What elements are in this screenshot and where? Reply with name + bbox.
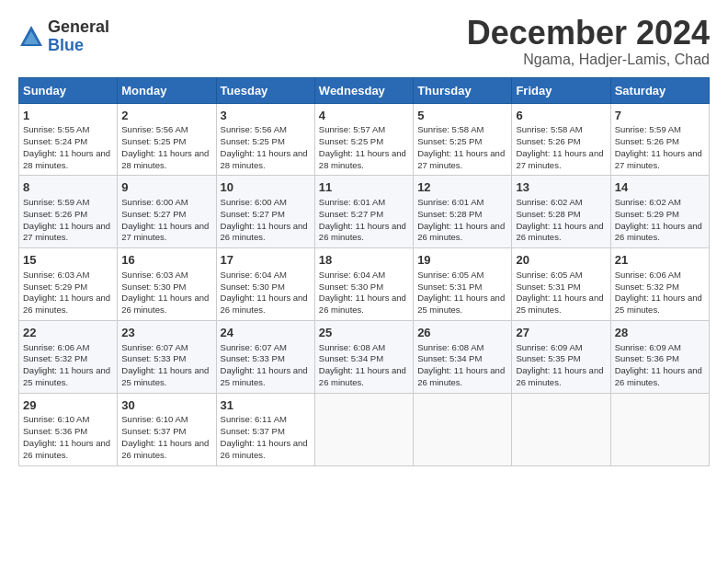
day-info: Sunrise: 6:04 AM	[319, 270, 409, 282]
day-info: Daylight: 11 hours and 28 minutes.	[319, 148, 409, 172]
day-info: Sunrise: 6:01 AM	[319, 197, 409, 209]
day-info: Daylight: 11 hours and 25 minutes.	[417, 293, 507, 316]
day-info: Daylight: 11 hours and 26 minutes.	[615, 221, 705, 245]
calendar-cell: 17Sunrise: 6:04 AMSunset: 5:30 PMDayligh…	[216, 248, 314, 321]
day-info: Sunrise: 6:03 AM	[23, 270, 113, 282]
calendar-cell	[610, 393, 709, 465]
logo-general-text: General	[48, 18, 109, 37]
day-info: Sunset: 5:37 PM	[221, 426, 311, 438]
day-info: Daylight: 11 hours and 25 minutes.	[121, 365, 211, 389]
day-info: Sunrise: 6:05 AM	[417, 270, 507, 282]
day-info: Sunset: 5:31 PM	[417, 282, 507, 293]
day-number: 27	[516, 325, 606, 341]
day-info: Daylight: 11 hours and 26 minutes.	[319, 293, 409, 316]
calendar-cell: 8Sunrise: 5:59 AMSunset: 5:26 PMDaylight…	[19, 176, 118, 248]
calendar-cell: 27Sunrise: 6:09 AMSunset: 5:35 PMDayligh…	[512, 320, 610, 393]
location: Ngama, Hadjer-Lamis, Chad	[467, 52, 710, 68]
day-info: Daylight: 11 hours and 27 minutes.	[23, 221, 113, 245]
day-info: Sunrise: 5:56 AM	[221, 124, 311, 136]
day-number: 9	[121, 179, 211, 196]
day-number: 25	[319, 325, 409, 341]
day-info: Daylight: 11 hours and 25 minutes.	[221, 365, 311, 389]
calendar-week-4: 22Sunrise: 6:06 AMSunset: 5:32 PMDayligh…	[19, 320, 710, 393]
day-info: Sunset: 5:24 PM	[23, 136, 113, 148]
day-number: 22	[23, 325, 113, 341]
day-info: Sunrise: 6:04 AM	[221, 270, 311, 282]
col-header-wednesday: Wednesday	[314, 77, 413, 103]
day-info: Sunrise: 5:58 AM	[516, 124, 606, 136]
day-info: Sunset: 5:32 PM	[615, 282, 705, 293]
day-info: Sunset: 5:30 PM	[319, 282, 409, 293]
day-number: 26	[417, 325, 507, 341]
day-number: 20	[516, 252, 606, 269]
day-info: Daylight: 11 hours and 25 minutes.	[615, 293, 705, 316]
calendar-cell: 11Sunrise: 6:01 AMSunset: 5:27 PMDayligh…	[314, 176, 413, 248]
day-info: Daylight: 11 hours and 26 minutes.	[221, 293, 311, 316]
day-number: 7	[615, 108, 705, 124]
day-info: Sunset: 5:27 PM	[319, 209, 409, 221]
day-info: Sunset: 5:26 PM	[516, 136, 606, 148]
header-row: General Blue December 2024 Ngama, Hadjer…	[18, 15, 710, 68]
day-info: Daylight: 11 hours and 26 minutes.	[319, 221, 409, 245]
day-info: Daylight: 11 hours and 26 minutes.	[319, 365, 409, 389]
calendar-cell: 30Sunrise: 6:10 AMSunset: 5:37 PMDayligh…	[118, 393, 216, 465]
page: General Blue December 2024 Ngama, Hadjer…	[0, 0, 728, 476]
day-info: Sunrise: 6:09 AM	[615, 342, 705, 354]
calendar-cell: 2Sunrise: 5:56 AMSunset: 5:25 PMDaylight…	[118, 103, 216, 176]
day-info: Sunset: 5:30 PM	[221, 282, 311, 293]
day-info: Daylight: 11 hours and 27 minutes.	[516, 148, 606, 172]
day-info: Daylight: 11 hours and 26 minutes.	[23, 293, 113, 316]
day-number: 28	[615, 325, 705, 341]
day-info: Sunset: 5:27 PM	[121, 209, 211, 221]
logo-icon	[18, 24, 44, 50]
day-number: 8	[23, 179, 113, 196]
day-info: Sunrise: 6:03 AM	[121, 270, 211, 282]
logo: General Blue	[18, 18, 109, 55]
day-info: Daylight: 11 hours and 25 minutes.	[23, 365, 113, 389]
day-info: Sunrise: 6:10 AM	[121, 414, 211, 426]
col-header-friday: Friday	[512, 77, 610, 103]
day-info: Daylight: 11 hours and 26 minutes.	[516, 365, 606, 389]
day-info: Sunset: 5:34 PM	[319, 353, 409, 365]
day-number: 1	[23, 108, 113, 124]
calendar-cell: 4Sunrise: 5:57 AMSunset: 5:25 PMDaylight…	[314, 103, 413, 176]
col-header-sunday: Sunday	[19, 77, 118, 103]
day-number: 15	[23, 252, 113, 269]
day-number: 31	[221, 397, 311, 414]
day-info: Sunset: 5:33 PM	[121, 353, 211, 365]
day-info: Sunrise: 6:06 AM	[615, 270, 705, 282]
day-info: Sunset: 5:30 PM	[121, 282, 211, 293]
day-number: 6	[516, 108, 606, 124]
day-info: Sunset: 5:28 PM	[516, 209, 606, 221]
day-info: Sunset: 5:27 PM	[221, 209, 311, 221]
day-info: Sunrise: 6:07 AM	[221, 342, 311, 354]
day-info: Sunrise: 6:00 AM	[221, 197, 311, 209]
day-number: 19	[417, 252, 507, 269]
day-info: Sunrise: 5:59 AM	[23, 197, 113, 209]
day-info: Sunrise: 6:06 AM	[23, 342, 113, 354]
day-info: Sunrise: 6:00 AM	[121, 197, 211, 209]
calendar-cell: 1Sunrise: 5:55 AMSunset: 5:24 PMDaylight…	[19, 103, 118, 176]
day-info: Daylight: 11 hours and 26 minutes.	[516, 221, 606, 245]
day-info: Sunrise: 5:55 AM	[23, 124, 113, 136]
day-info: Sunset: 5:29 PM	[23, 282, 113, 293]
calendar-cell	[414, 393, 512, 465]
calendar-week-1: 1Sunrise: 5:55 AMSunset: 5:24 PMDaylight…	[19, 103, 710, 176]
header-row-table: SundayMondayTuesdayWednesdayThursdayFrid…	[19, 77, 710, 103]
calendar-cell: 23Sunrise: 6:07 AMSunset: 5:33 PMDayligh…	[118, 320, 216, 393]
calendar-cell: 13Sunrise: 6:02 AMSunset: 5:28 PMDayligh…	[512, 176, 610, 248]
day-info: Sunrise: 6:05 AM	[516, 270, 606, 282]
calendar-cell: 10Sunrise: 6:00 AMSunset: 5:27 PMDayligh…	[216, 176, 314, 248]
day-number: 16	[121, 252, 211, 269]
day-number: 12	[417, 179, 507, 196]
day-info: Sunset: 5:26 PM	[615, 136, 705, 148]
day-info: Sunset: 5:35 PM	[516, 353, 606, 365]
day-number: 4	[319, 108, 409, 124]
logo-text: General Blue	[48, 18, 109, 55]
day-info: Sunset: 5:36 PM	[23, 426, 113, 438]
day-number: 3	[221, 108, 311, 124]
day-number: 18	[319, 252, 409, 269]
day-info: Sunset: 5:37 PM	[121, 426, 211, 438]
day-number: 30	[121, 397, 211, 414]
calendar-cell: 20Sunrise: 6:05 AMSunset: 5:31 PMDayligh…	[512, 248, 610, 321]
